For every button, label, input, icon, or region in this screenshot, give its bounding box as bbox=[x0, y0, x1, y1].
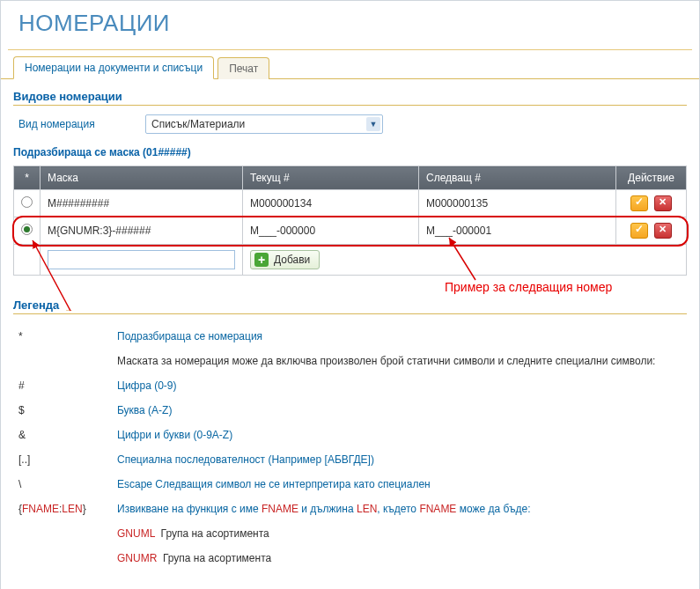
cell-next: M000000135 bbox=[419, 190, 616, 217]
col-star: * bbox=[14, 166, 41, 190]
cell-current: M000000134 bbox=[243, 190, 419, 217]
row-radio[interactable] bbox=[21, 224, 33, 235]
legend-desc: Подразбираща се номерация bbox=[114, 325, 685, 348]
cell-mask: M######### bbox=[41, 190, 243, 217]
legend-desc: Escape Следващия символ не се интерпрети… bbox=[114, 473, 685, 496]
section-types-title: Видове номерации bbox=[13, 90, 687, 106]
plus-icon: + bbox=[254, 253, 269, 267]
legend-sym: [..] bbox=[15, 448, 112, 471]
legend-sym: \ bbox=[15, 473, 112, 496]
legend-func-desc: Група на асортимента bbox=[161, 527, 269, 540]
mask-subtitle: Подразбираща се маска (01#####) bbox=[13, 146, 687, 158]
top-rule bbox=[8, 49, 692, 50]
legend-sym: {FNAME:LEN} bbox=[15, 497, 112, 520]
legend-desc: Цифри и букви (0-9A-Z) bbox=[114, 423, 685, 446]
cell-current: M___-000000 bbox=[243, 217, 419, 245]
annotation-text: Пример за следващия номер bbox=[445, 280, 612, 294]
legend-table: * Подразбираща се номерация Маската за н… bbox=[13, 323, 687, 571]
masks-table: * Маска Текущ # Следващ # Действие M####… bbox=[13, 166, 687, 276]
col-next: Следващ # bbox=[419, 166, 616, 190]
add-button[interactable]: + Добави bbox=[250, 250, 320, 269]
tab-numerations[interactable]: Номерации на документи и списъци bbox=[13, 56, 214, 79]
cell-mask: M{GNUMR:3}-###### bbox=[41, 217, 243, 245]
legend-desc: Цифра (0-9) bbox=[114, 374, 685, 397]
apply-icon[interactable] bbox=[630, 223, 648, 239]
table-row: M######### M000000134 M000000135 bbox=[14, 190, 687, 217]
legend-sym: $ bbox=[15, 399, 112, 422]
legend-sym: # bbox=[15, 374, 112, 397]
delete-icon[interactable] bbox=[654, 195, 672, 211]
delete-icon[interactable] bbox=[654, 223, 672, 239]
collapse-icon[interactable]: _ bbox=[66, 300, 71, 311]
legend-func-name: GNUMR bbox=[117, 552, 157, 564]
legend-sym: & bbox=[15, 423, 112, 446]
legend-desc: Маската за номерация може да включва про… bbox=[114, 350, 685, 372]
col-action: Действие bbox=[616, 166, 687, 190]
table-add-row: + Добави bbox=[14, 245, 687, 276]
tab-print[interactable]: Печат bbox=[217, 57, 269, 79]
add-button-label: Добави bbox=[274, 254, 310, 266]
type-select-value: Списък/Материали bbox=[151, 118, 245, 130]
legend-sym: * bbox=[15, 325, 112, 348]
col-mask: Маска bbox=[41, 166, 243, 190]
table-header-row: * Маска Текущ # Следващ # Действие bbox=[14, 166, 687, 190]
col-current: Текущ # bbox=[243, 166, 419, 190]
legend-desc: Буква (A-Z) bbox=[114, 399, 685, 422]
apply-icon[interactable] bbox=[630, 195, 648, 211]
legend-desc: Специална последователност (Например [АБ… bbox=[114, 448, 685, 471]
legend-title-label: Легенда bbox=[13, 298, 59, 312]
legend-title: Легенда _ bbox=[13, 298, 687, 314]
legend-func-desc: Група на асортимента bbox=[163, 552, 271, 564]
mask-input[interactable] bbox=[48, 250, 235, 269]
tabs: Номерации на документи и списъци Печат bbox=[1, 55, 699, 79]
chevron-down-icon: ▼ bbox=[366, 117, 380, 131]
type-select[interactable]: Списък/Материали ▼ bbox=[145, 114, 383, 134]
page-title: НОМЕРАЦИИ bbox=[1, 1, 699, 49]
cell-next: M___-000001 bbox=[419, 217, 616, 245]
type-label: Вид номерация bbox=[13, 118, 128, 130]
legend-func-name: GNUML bbox=[117, 527, 155, 540]
table-row: M{GNUMR:3}-###### M___-000000 M___-00000… bbox=[14, 217, 687, 245]
row-radio[interactable] bbox=[21, 196, 33, 208]
legend-desc: Извикване на функция с име FNAME и дължи… bbox=[114, 497, 685, 520]
